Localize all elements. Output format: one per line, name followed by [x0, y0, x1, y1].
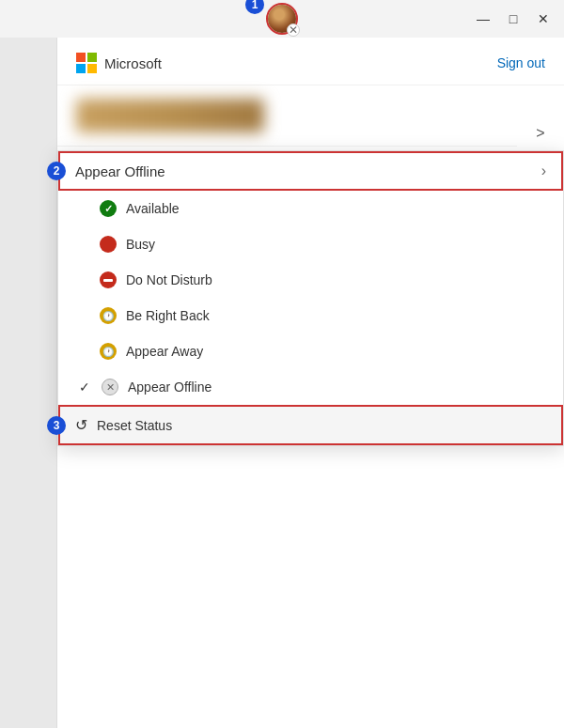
- available-label: Available: [126, 201, 180, 216]
- step-badge-1: 1: [245, 0, 264, 14]
- appear-offline-header-row[interactable]: 2 Appear Offline ›: [58, 151, 563, 191]
- appear-offline-header-label: Appear Offline: [75, 163, 541, 179]
- status-dropdown: 2 Appear Offline › ✓ Available Busy Do N…: [57, 150, 564, 446]
- avatar-container: 1 ✕: [266, 3, 298, 35]
- step-badge-3: 3: [47, 416, 66, 435]
- step-badge-2: 2: [47, 162, 66, 180]
- ms-logo-yellow: [87, 64, 97, 73]
- microsoft-brand-text: Microsoft: [104, 55, 162, 71]
- sign-out-link[interactable]: Sign out: [497, 55, 545, 70]
- ms-logo-green: [87, 53, 97, 62]
- ms-logo-grid: [76, 53, 97, 73]
- busy-label: Busy: [126, 237, 155, 252]
- status-option-busy[interactable]: Busy: [58, 226, 563, 262]
- available-icon: ✓: [100, 200, 117, 217]
- offline-label: Appear Offline: [128, 379, 212, 395]
- profile-blur: [76, 99, 264, 132]
- right-panel-chevron-1[interactable]: >: [517, 113, 564, 154]
- maximize-button[interactable]: □: [500, 6, 526, 32]
- title-bar: 1 ✕ — □ ✕: [0, 0, 564, 38]
- ms-logo-red: [76, 53, 86, 62]
- reset-status-row[interactable]: 3 ↺ Reset Status: [58, 405, 563, 445]
- app-panel: Microsoft Sign out 2 Appear Offline › ✓ …: [56, 38, 564, 728]
- status-option-brb[interactable]: 🕐 Be Right Back: [58, 298, 563, 333]
- avatar-status-badge: ✕: [287, 23, 300, 37]
- status-option-away[interactable]: 🕐 Appear Away: [58, 333, 563, 369]
- reset-icon: ↺: [75, 416, 87, 434]
- title-bar-center: 1 ✕: [266, 3, 298, 35]
- offline-circle-icon: ✕: [102, 379, 118, 395]
- away-label: Appear Away: [126, 344, 203, 359]
- brb-icon: 🕐: [100, 307, 117, 324]
- offline-checkmark-icon: ✓: [77, 379, 92, 395]
- status-option-dnd[interactable]: Do Not Disturb: [58, 262, 563, 298]
- chevron-right-icon: ›: [541, 163, 546, 179]
- reset-status-label: Reset Status: [97, 418, 172, 433]
- status-option-available[interactable]: ✓ Available: [58, 191, 563, 226]
- app-header: Microsoft Sign out: [57, 38, 564, 85]
- dnd-icon: [100, 271, 117, 288]
- dnd-label: Do Not Disturb: [126, 272, 212, 287]
- title-bar-controls: — □ ✕: [470, 6, 556, 32]
- busy-icon: [100, 236, 117, 253]
- microsoft-logo: Microsoft: [76, 53, 162, 73]
- profile-area: [57, 85, 564, 147]
- away-icon: 🕐: [100, 343, 117, 360]
- ms-logo-blue: [76, 64, 86, 73]
- close-button[interactable]: ✕: [530, 6, 556, 32]
- status-option-offline[interactable]: ✓ ✕ Appear Offline: [58, 369, 563, 405]
- minimize-button[interactable]: —: [470, 6, 496, 32]
- brb-label: Be Right Back: [126, 308, 210, 323]
